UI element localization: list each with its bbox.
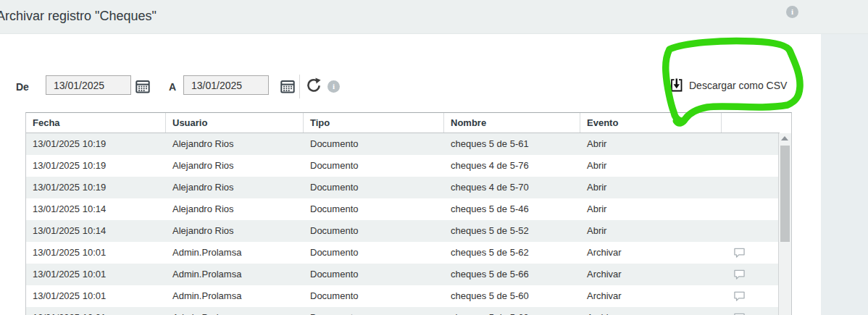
- cell-nombre: cheques 4 de 5-76: [444, 155, 580, 177]
- table-body: 13/01/2025 10:19 Alejandro Rios Document…: [26, 133, 791, 315]
- cell-evento: Abrir: [580, 198, 722, 220]
- cell-usuario: Admin.Prolamsa: [166, 264, 304, 285]
- cell-nombre: cheques 5 de 5-61: [444, 133, 580, 155]
- table-row[interactable]: 13/01/2025 10:14 Alejandro Rios Document…: [26, 198, 780, 220]
- download-csv-button[interactable]: Descargar como CSV: [670, 78, 787, 93]
- date-to-label: A: [169, 81, 176, 93]
- table-row[interactable]: 13/01/2025 10:01 Admin.Prolamsa Document…: [26, 307, 780, 315]
- cell-comment: [722, 198, 780, 220]
- refresh-icon[interactable]: [306, 77, 322, 93]
- table-row[interactable]: 13/01/2025 10:01 Admin.Prolamsa Document…: [26, 285, 780, 307]
- cell-tipo: Documento: [304, 307, 444, 315]
- col-header-tipo[interactable]: Tipo: [304, 113, 444, 133]
- cell-comment: [722, 177, 780, 198]
- cell-tipo: Documento: [304, 220, 444, 242]
- cell-usuario: Admin.Prolamsa: [166, 242, 304, 264]
- info-icon[interactable]: i: [786, 6, 798, 18]
- date-from-label: De: [16, 81, 29, 93]
- cell-tipo: Documento: [304, 285, 444, 307]
- table-scrollbar[interactable]: [778, 133, 791, 315]
- cell-nombre: cheques 5 de 5-62: [444, 242, 580, 264]
- cell-comment: [722, 307, 780, 315]
- cell-nombre: cheques 5 de 5-63: [444, 307, 580, 315]
- cell-evento: Abrir: [580, 133, 722, 155]
- table-row[interactable]: 13/01/2025 10:19 Alejandro Rios Document…: [26, 155, 780, 177]
- cell-nombre: cheques 5 de 5-66: [444, 264, 580, 285]
- cell-fecha: 13/01/2025 10:19: [26, 155, 166, 177]
- cell-nombre: cheques 5 de 5-46: [444, 198, 580, 220]
- table-row[interactable]: 13/01/2025 10:01 Admin.Prolamsa Document…: [26, 264, 780, 285]
- cell-tipo: Documento: [304, 177, 444, 198]
- cell-tipo: Documento: [304, 264, 444, 285]
- cell-evento: Abrir: [580, 177, 722, 198]
- scrollbar-thumb[interactable]: [780, 146, 790, 242]
- log-table: Fecha Usuario Tipo Nombre Evento 13/01/2…: [25, 112, 792, 315]
- title-band: Archivar registro "Cheques" i: [0, 0, 868, 34]
- cell-comment: [722, 242, 780, 264]
- cell-evento: Archivar: [580, 285, 722, 307]
- table-header-row: Fecha Usuario Tipo Nombre Evento: [26, 113, 780, 133]
- cell-usuario: Admin.Prolamsa: [166, 307, 304, 315]
- download-icon: [670, 78, 683, 93]
- calendar-icon-from[interactable]: [135, 79, 150, 93]
- cell-tipo: Documento: [304, 198, 444, 220]
- col-header-actions: [722, 113, 780, 133]
- cell-evento: Abrir: [580, 155, 722, 177]
- cell-nombre: cheques 5 de 5-60: [444, 285, 580, 307]
- cell-usuario: Alejandro Rios: [166, 220, 304, 242]
- page-title: Archivar registro "Cheques": [0, 9, 157, 24]
- cell-fecha: 13/01/2025 10:14: [26, 198, 166, 220]
- comment-icon[interactable]: [733, 313, 746, 315]
- cell-tipo: Documento: [304, 242, 444, 264]
- cell-usuario: Alejandro Rios: [166, 177, 304, 198]
- comment-icon[interactable]: [733, 291, 746, 302]
- table-row[interactable]: 13/01/2025 10:19 Alejandro Rios Document…: [26, 177, 780, 198]
- cell-nombre: cheques 5 de 5-52: [444, 220, 580, 242]
- comment-icon[interactable]: [733, 269, 746, 280]
- cell-tipo: Documento: [304, 133, 444, 155]
- cell-usuario: Admin.Prolamsa: [166, 285, 304, 307]
- cell-fecha: 13/01/2025 10:19: [26, 133, 166, 155]
- cell-comment: [722, 220, 780, 242]
- cell-fecha: 13/01/2025 10:01: [26, 264, 166, 285]
- cell-evento: Abrir: [580, 220, 722, 242]
- comment-icon[interactable]: [733, 248, 746, 259]
- calendar-icon-to[interactable]: [280, 79, 295, 93]
- table-row[interactable]: 13/01/2025 10:01 Admin.Prolamsa Document…: [26, 242, 780, 264]
- date-to-input[interactable]: [183, 75, 269, 95]
- cell-evento: Archivar: [580, 264, 722, 285]
- cell-comment: [722, 133, 780, 155]
- cell-fecha: 13/01/2025 10:01: [26, 242, 166, 264]
- cell-fecha: 13/01/2025 10:01: [26, 307, 166, 315]
- cell-fecha: 13/01/2025 10:01: [26, 285, 166, 307]
- col-header-usuario[interactable]: Usuario: [166, 113, 304, 133]
- cell-fecha: 13/01/2025 10:14: [26, 220, 166, 242]
- table-row[interactable]: 13/01/2025 10:19 Alejandro Rios Document…: [26, 133, 780, 155]
- cell-nombre: cheques 4 de 5-70: [444, 177, 580, 198]
- download-csv-label: Descargar como CSV: [689, 80, 787, 91]
- cell-comment: [722, 155, 780, 177]
- filter-info-icon[interactable]: i: [327, 80, 340, 93]
- cell-evento: Archivar: [580, 242, 722, 264]
- cell-comment: [722, 285, 780, 307]
- table-row[interactable]: 13/01/2025 10:14 Alejandro Rios Document…: [26, 220, 780, 242]
- cell-comment: [722, 264, 780, 285]
- cell-evento: Archivar: [580, 307, 722, 315]
- cell-usuario: Alejandro Rios: [166, 133, 304, 155]
- col-header-evento[interactable]: Evento: [580, 113, 722, 133]
- col-header-nombre[interactable]: Nombre: [444, 113, 580, 133]
- cell-fecha: 13/01/2025 10:19: [26, 177, 166, 198]
- right-margin-band: [821, 34, 868, 315]
- filter-separator: [299, 75, 300, 98]
- cell-tipo: Documento: [304, 155, 444, 177]
- cell-usuario: Alejandro Rios: [166, 155, 304, 177]
- cell-usuario: Alejandro Rios: [166, 198, 304, 220]
- scroll-up-icon[interactable]: [781, 136, 788, 140]
- date-from-input[interactable]: [46, 75, 131, 95]
- col-header-fecha[interactable]: Fecha: [26, 113, 166, 133]
